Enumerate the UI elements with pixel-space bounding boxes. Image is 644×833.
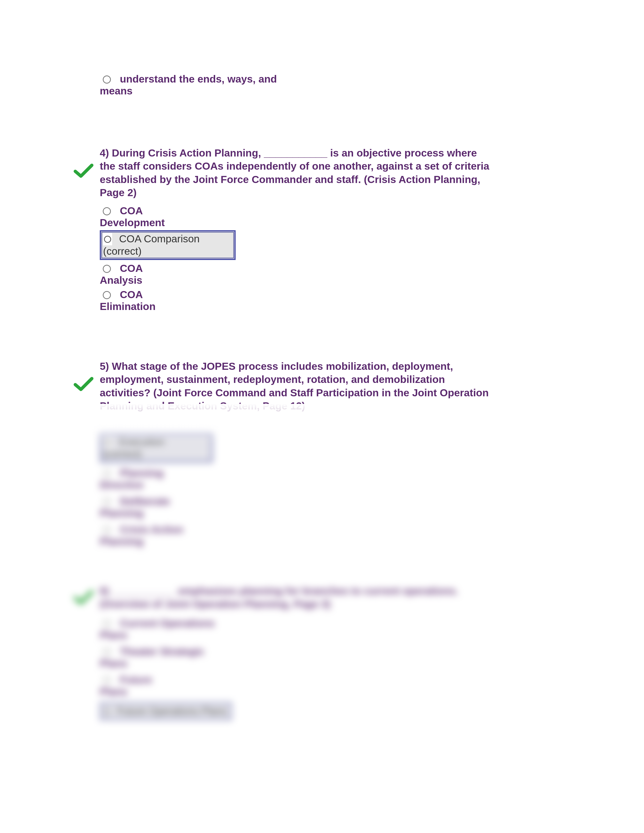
correct-tag: (correct): [103, 448, 209, 460]
option-label-cont: Development: [100, 217, 494, 229]
option-label: COA: [120, 205, 143, 217]
option-label: Crisis Action: [120, 524, 183, 536]
radio-icon[interactable]: [103, 526, 111, 534]
radio-icon[interactable]: [103, 470, 111, 478]
correct-answer-box[interactable]: COA Comparison (correct): [100, 230, 236, 260]
option-label-cont: Planning: [100, 536, 494, 547]
q6-prompt: 6) ___________ emphasizes planning for b…: [100, 584, 494, 611]
question-5: 5) What stage of the JOPES process inclu…: [100, 360, 494, 413]
radio-icon[interactable]: [103, 265, 111, 273]
option-label-cont: Directive: [100, 479, 494, 491]
q5-correct-mark: [73, 376, 96, 392]
prev-question-option: understand the ends, ways, and means: [100, 71, 494, 97]
q4-option-d[interactable]: COA Elimination: [100, 289, 494, 312]
option-label: COA: [120, 289, 143, 301]
option-understand-ends[interactable]: understand the ends, ways, and means: [100, 73, 494, 97]
option-label-cont: Plans: [100, 629, 494, 641]
option-label-cont: means: [100, 85, 494, 97]
q5-option-b[interactable]: Planning Directive: [100, 467, 494, 491]
checkmark-icon: [73, 163, 96, 179]
option-label: Execution: [119, 436, 164, 447]
q6-correct-mark: [73, 589, 96, 606]
q4-option-a[interactable]: COA Development: [100, 205, 494, 229]
q5-prompt: 5) What stage of the JOPES process inclu…: [100, 360, 494, 413]
q4-prompt: 4) During Crisis Action Planning, ______…: [100, 146, 494, 199]
option-label: understand the ends, ways, and: [120, 73, 277, 85]
quiz-page: understand the ends, ways, and means 4) …: [0, 0, 644, 833]
question-5-options: Execution (correct) Planning Directive D…: [100, 433, 494, 547]
option-label: Planning: [120, 467, 163, 479]
q5-option-d[interactable]: Crisis Action Planning: [100, 524, 494, 547]
radio-icon[interactable]: [103, 708, 111, 716]
q4-option-c[interactable]: COA Analysis: [100, 262, 494, 286]
radio-icon[interactable]: [103, 676, 111, 684]
option-label-cont: Elimination: [100, 301, 494, 312]
radio-icon[interactable]: [103, 498, 111, 506]
q6-option-d-correct[interactable]: Future Operations Plans: [100, 702, 494, 720]
radio-icon[interactable]: [103, 648, 111, 656]
radio-icon[interactable]: [103, 76, 111, 84]
option-label-cont: Plans: [100, 658, 494, 669]
q6-option-a[interactable]: Current Operations Plans: [100, 618, 494, 641]
q5-option-a-correct[interactable]: Execution (correct): [100, 433, 494, 463]
option-label: Deliberate: [120, 495, 170, 507]
radio-wrap: [103, 233, 112, 245]
radio-icon[interactable]: [103, 291, 111, 299]
q6-option-c[interactable]: Future Plans: [100, 674, 494, 698]
question-4: 4) During Crisis Action Planning, ______…: [100, 146, 494, 312]
q4-option-b-correct[interactable]: COA Comparison (correct): [100, 230, 494, 260]
q5-option-c[interactable]: Deliberate Planning: [100, 495, 494, 519]
radio-icon[interactable]: [104, 439, 111, 445]
question-6: 6) ___________ emphasizes planning for b…: [100, 584, 494, 720]
checkmark-icon: [73, 376, 96, 392]
option-label: Current Operations: [120, 618, 215, 629]
option-label: Future: [120, 674, 152, 685]
correct-answer-box[interactable]: Execution (correct): [100, 433, 213, 463]
checkmark-icon: [73, 589, 96, 606]
option-label: Theater Strategic: [120, 646, 204, 657]
option-label: COA Comparison: [119, 233, 200, 244]
q4-correct-mark: [73, 163, 96, 179]
hidden-preview-region: Execution (correct) Planning Directive D…: [0, 413, 644, 547]
correct-answer-box[interactable]: Future Operations Plans: [100, 702, 232, 720]
option-label: Future Operations Plans: [117, 706, 227, 717]
radio-icon[interactable]: [104, 236, 111, 243]
correct-tag: (correct): [103, 245, 232, 257]
option-label: COA: [120, 262, 143, 274]
option-label-cont: Planning: [100, 507, 494, 519]
radio-wrap: [103, 436, 112, 448]
q6-option-b[interactable]: Theater Strategic Plans: [100, 646, 494, 669]
option-label-cont: Analysis: [100, 274, 494, 286]
radio-icon[interactable]: [103, 207, 111, 215]
option-label-cont: Plans: [100, 686, 494, 698]
radio-icon[interactable]: [103, 620, 111, 628]
